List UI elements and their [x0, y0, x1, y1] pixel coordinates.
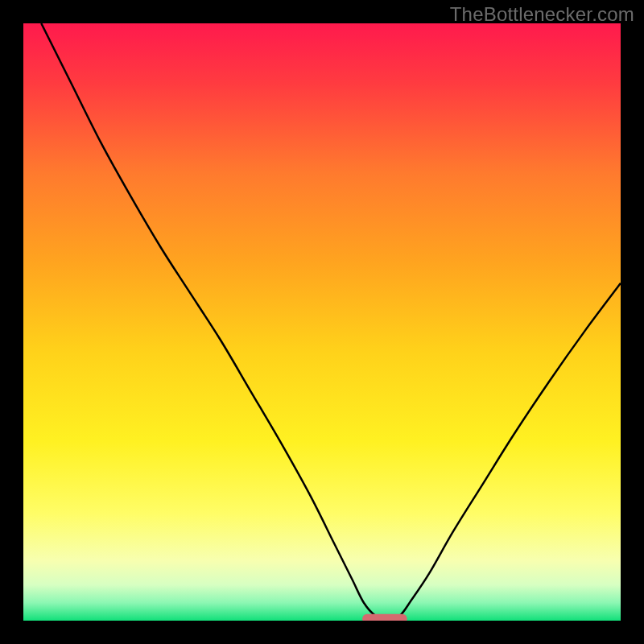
gradient-background: [23, 23, 621, 621]
optimal-zone-marker: [362, 614, 407, 621]
chart-container: TheBottlenecker.com: [0, 0, 644, 644]
bottleneck-chart: [23, 23, 621, 621]
plot-area: [23, 23, 621, 621]
watermark-text: TheBottlenecker.com: [450, 3, 634, 26]
